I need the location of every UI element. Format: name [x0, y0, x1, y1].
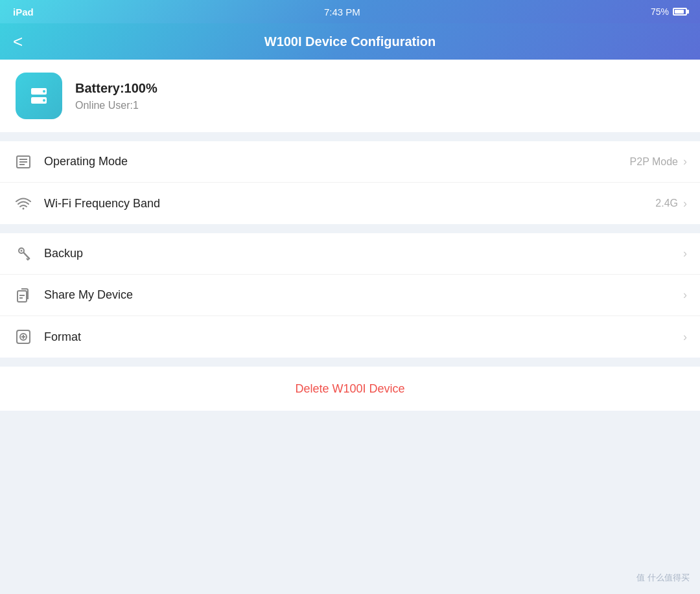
- delete-button[interactable]: Delete W100I Device: [295, 382, 404, 396]
- wifi-band-icon: [13, 193, 34, 214]
- battery-percent-label: 75%: [651, 6, 669, 17]
- wifi-band-value: 2.4G: [655, 198, 678, 209]
- share-device-label: Share My Device: [44, 288, 678, 302]
- nav-bar: < W100I Device Configuration: [0, 23, 700, 60]
- wifi-band-chevron: ›: [683, 197, 687, 211]
- wifi-band-item[interactable]: Wi-Fi Frequency Band 2.4G ›: [0, 183, 700, 224]
- operating-mode-chevron: ›: [683, 155, 687, 168]
- share-device-chevron: ›: [683, 288, 687, 302]
- wifi-band-label: Wi-Fi Frequency Band: [44, 197, 655, 211]
- svg-point-2: [43, 90, 45, 93]
- backup-chevron: ›: [683, 247, 687, 260]
- device-info: Battery:100% Online User:1: [75, 81, 158, 111]
- back-button[interactable]: <: [13, 33, 23, 50]
- share-device-item[interactable]: Share My Device ›: [0, 275, 700, 316]
- storage-icon: [26, 83, 52, 109]
- battery-icon: [673, 8, 687, 16]
- battery-status: Battery:100%: [75, 81, 158, 96]
- device-icon: [16, 73, 62, 119]
- format-item[interactable]: Format ›: [0, 316, 700, 358]
- share-device-icon: [13, 285, 34, 306]
- tools-section: Backup › Share My Device ›: [0, 233, 700, 358]
- status-ipad-label: iPad: [13, 6, 34, 17]
- operating-mode-label: Operating Mode: [44, 155, 630, 168]
- backup-label: Backup: [44, 247, 678, 260]
- backup-item[interactable]: Backup ›: [0, 233, 700, 275]
- content-area: Battery:100% Online User:1 Operating Mod…: [0, 60, 700, 594]
- delete-section[interactable]: Delete W100I Device: [0, 367, 700, 411]
- online-users: Online User:1: [75, 100, 158, 111]
- watermark: 值 什么值得买: [636, 572, 690, 584]
- status-time: 7:43 PM: [324, 6, 360, 17]
- backup-icon: [13, 244, 34, 264]
- svg-rect-11: [18, 291, 27, 302]
- operating-mode-icon: [13, 152, 34, 172]
- format-icon: [13, 326, 34, 347]
- operating-mode-value: P2P Mode: [630, 156, 678, 168]
- device-card: Battery:100% Online User:1: [0, 60, 700, 132]
- status-bar: iPad 7:43 PM 75%: [0, 0, 700, 23]
- format-chevron: ›: [683, 330, 687, 344]
- page-title: W100I Device Configuration: [264, 34, 436, 49]
- operating-mode-item[interactable]: Operating Mode P2P Mode ›: [0, 141, 700, 183]
- format-label: Format: [44, 330, 678, 344]
- svg-point-3: [43, 99, 45, 102]
- svg-point-10: [21, 249, 23, 251]
- svg-point-8: [23, 208, 25, 210]
- status-right: 75%: [651, 6, 687, 17]
- mode-section: Operating Mode P2P Mode › Wi-Fi Frequenc…: [0, 141, 700, 224]
